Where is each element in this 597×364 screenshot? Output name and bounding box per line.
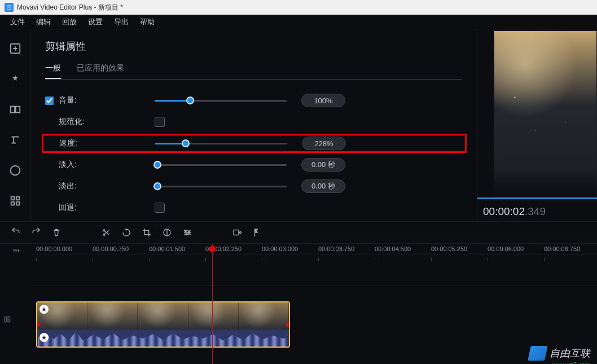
volume-row: 音量: 100% [45, 91, 462, 110]
ruler-tick: 00:00:00.750 [93, 245, 129, 252]
clip-effects-icon[interactable]: ★ [39, 305, 49, 314]
ruler-tick: 00:00:03.750 [318, 245, 354, 252]
watermark-url: www.xz7.com [552, 361, 590, 364]
speed-slider[interactable] [155, 143, 287, 144]
speed-row: 速度: 228% [42, 134, 467, 153]
volume-label: 音量: [59, 95, 155, 106]
menu-playback[interactable]: 回放 [56, 15, 82, 29]
video-clip[interactable]: ★ ★ [36, 301, 290, 348]
tab-general[interactable]: 一般 [45, 63, 61, 79]
fadeout-slider[interactable] [155, 186, 287, 187]
svg-rect-2 [15, 107, 19, 113]
more-tools-button[interactable] [4, 190, 27, 212]
time-ruler[interactable]: 00:00:00.000 00:00:00.750 00:00:01.500 0… [32, 244, 597, 255]
fadeout-value[interactable]: 0.00 秒 [301, 179, 345, 193]
track-mode-icon[interactable] [3, 315, 11, 326]
normalize-toggle[interactable] [155, 117, 165, 127]
preview-video[interactable] [494, 30, 597, 198]
tab-applied-effects[interactable]: 已应用的效果 [77, 63, 124, 79]
ruler-tick: 00:00:03.000 [262, 245, 298, 252]
reverse-row: 回退: [45, 198, 462, 217]
ruler-tick: 00:00:05.250 [431, 245, 467, 252]
audio-effects-icon[interactable]: ★ [39, 333, 49, 342]
svg-rect-4 [11, 197, 14, 200]
titles-button[interactable] [4, 129, 27, 151]
delete-button[interactable] [47, 223, 65, 242]
clip-audio-waveform[interactable]: ★ [37, 330, 289, 348]
reverse-label: 回退: [59, 203, 155, 213]
preview-panel: 00:00:02.349 [477, 29, 597, 221]
speed-label: 速度: [59, 138, 155, 148]
title-track[interactable] [32, 264, 597, 286]
filters-button[interactable] [4, 68, 27, 90]
svg-point-15 [240, 232, 242, 234]
ruler-tick: 00:00:06.000 [488, 245, 524, 252]
crop-button[interactable] [138, 223, 156, 242]
import-media-button[interactable] [4, 37, 27, 60]
timeline-gutter [0, 244, 32, 364]
panel-title: 剪辑属性 [45, 40, 462, 53]
app-icon [5, 3, 14, 12]
svg-rect-6 [11, 202, 14, 205]
menu-help[interactable]: 帮助 [134, 15, 160, 29]
record-button[interactable] [228, 223, 246, 242]
svg-rect-14 [234, 230, 239, 235]
normalize-row: 规范化: [45, 112, 462, 131]
fadein-label: 淡入: [59, 160, 155, 170]
ruler-tick: 00:00:04.500 [375, 245, 411, 252]
fadein-row: 淡入: 0.00 秒 [45, 155, 462, 174]
add-track-button[interactable] [0, 245, 32, 256]
ruler-tick: 00:00:01.500 [149, 245, 185, 252]
redo-button[interactable] [27, 223, 45, 242]
color-adjust-button[interactable] [158, 223, 176, 242]
timeline[interactable]: 00:00:00.000 00:00:00.750 00:00:01.500 0… [32, 244, 597, 364]
timeline-area: 00:00:00.000 00:00:00.750 00:00:01.500 0… [0, 244, 597, 364]
svg-point-13 [186, 234, 187, 235]
fadeout-label: 淡出: [59, 181, 155, 191]
timeline-toolbar [0, 221, 597, 244]
svg-rect-1 [10, 107, 14, 113]
marker-button[interactable] [248, 223, 266, 242]
volume-slider[interactable] [155, 100, 287, 102]
fadeout-row: 淡出: 0.00 秒 [45, 177, 462, 196]
preview-progress[interactable] [477, 198, 597, 199]
video-track[interactable]: ★ ★ [32, 299, 597, 352]
speed-value[interactable]: 228% [302, 137, 346, 150]
normalize-label: 规范化: [59, 117, 155, 127]
svg-point-12 [188, 232, 190, 234]
transitions-button[interactable] [4, 98, 27, 121]
undo-button[interactable] [7, 223, 25, 242]
clip-trim-right[interactable] [286, 322, 290, 327]
volume-value[interactable]: 100% [301, 94, 345, 107]
clip-thumbnails [37, 302, 289, 330]
menu-export[interactable]: 导出 [108, 15, 134, 29]
ruler-tick: 00:00:00.000 [36, 245, 72, 252]
watermark: 自由互联 www.xz7.com [529, 346, 590, 361]
svg-rect-7 [16, 202, 19, 205]
fadein-slider[interactable] [155, 164, 287, 166]
stickers-button[interactable] [4, 159, 27, 182]
window-title: Movavi Video Editor Plus - 新项目 * [17, 3, 123, 12]
menu-edit[interactable]: 编辑 [30, 15, 56, 29]
volume-checkbox[interactable] [45, 97, 54, 105]
playhead[interactable] [212, 244, 213, 364]
menu-settings[interactable]: 设置 [82, 15, 108, 29]
menu-file[interactable]: 文件 [5, 15, 30, 29]
properties-panel: 剪辑属性 一般 已应用的效果 音量: 100% 规范化: [30, 29, 477, 221]
svg-point-9 [103, 234, 105, 235]
rotate-button[interactable] [117, 223, 135, 242]
left-toolbar [0, 29, 30, 221]
preview-timecode: 00:00:02.349 [483, 205, 546, 218]
split-button[interactable] [97, 223, 115, 242]
properties-tabs: 一般 已应用的效果 [45, 63, 462, 80]
watermark-text: 自由互联 [550, 347, 590, 360]
svg-rect-5 [16, 197, 19, 200]
ruler-tick: 00:00:06.750 [544, 245, 580, 252]
svg-rect-20 [5, 317, 7, 322]
reverse-toggle[interactable] [155, 203, 165, 213]
svg-point-11 [185, 230, 187, 232]
clip-properties-button[interactable] [178, 223, 196, 242]
fadein-value[interactable]: 0.00 秒 [301, 158, 345, 172]
menu-bar: 文件 编辑 回放 设置 导出 帮助 [0, 15, 597, 29]
watermark-icon [528, 346, 548, 361]
